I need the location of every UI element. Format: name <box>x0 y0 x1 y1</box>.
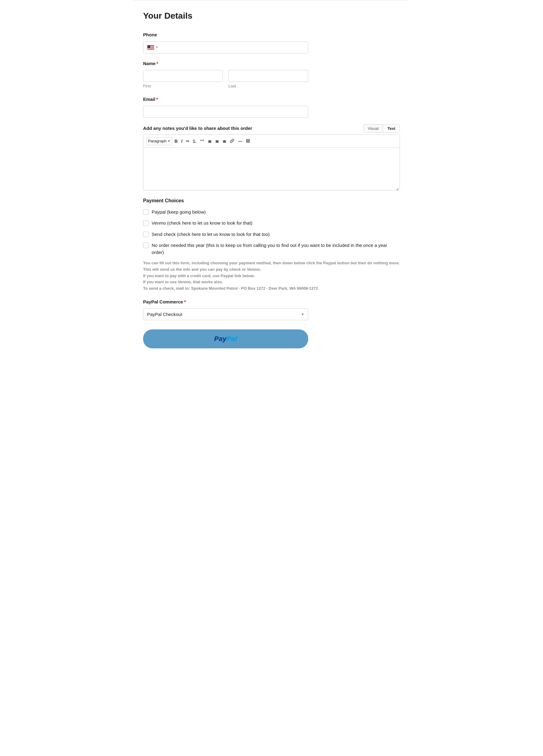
paragraph-select[interactable]: Paragraph ▼ <box>146 137 172 145</box>
no-order-checkbox[interactable] <box>143 243 149 248</box>
horizontal-rule-button[interactable]: — <box>237 138 243 144</box>
payment-title: Payment Choices <box>143 197 400 204</box>
last-name-group: Last <box>228 70 308 89</box>
name-label: Name* <box>143 60 400 67</box>
paypal-checkbox-label: Paypal (keep going below) <box>152 209 206 216</box>
phone-chevron-icon: ▼ <box>156 46 158 49</box>
venmo-checkbox[interactable] <box>143 220 149 226</box>
phone-country-selector[interactable]: ▼ <box>147 45 158 50</box>
payment-option-venmo: Venmo (check here to let us know to look… <box>143 220 400 227</box>
no-order-checkbox-label: No order needed this year (this is to ke… <box>152 242 400 256</box>
unordered-list-button[interactable]: •• <box>185 138 190 144</box>
paypal-button-label: PayPal <box>214 335 237 343</box>
rich-editor: Paragraph ▼ B I •• 1. ““ ≣ ≣ ≣ — <box>143 134 400 190</box>
paypal-commerce-label: PayPal Commerce* <box>143 299 400 306</box>
paypal-commerce-select[interactable]: PayPal Checkout <box>143 308 308 320</box>
email-required-star: * <box>156 97 158 102</box>
first-name-group: First <box>143 70 223 89</box>
page-container: Your Details Phone ▼ Name* First La <box>134 0 409 367</box>
name-row: First Last <box>143 70 308 89</box>
editor-resize-handle: ◢ <box>143 188 400 190</box>
notes-label-row: Add any notes you'd like to share about … <box>143 124 400 133</box>
paypal-button[interactable]: PayPal <box>143 329 308 348</box>
last-name-sublabel: Last <box>228 83 308 89</box>
us-flag-icon <box>147 45 154 50</box>
tab-text[interactable]: Text <box>383 125 400 132</box>
payment-section: Payment Choices Paypal (keep going below… <box>143 197 400 292</box>
phone-label: Phone <box>143 31 400 39</box>
editor-tab-group[interactable]: Visual Text <box>363 124 400 133</box>
svg-rect-0 <box>246 139 250 143</box>
payment-info-text: You can fill out this form, including ch… <box>143 260 400 292</box>
paragraph-chevron-icon: ▼ <box>167 139 171 143</box>
email-label: Email* <box>143 96 400 103</box>
phone-section: Phone ▼ <box>143 31 400 53</box>
notes-section: Add any notes you'd like to share about … <box>143 124 400 190</box>
paypal-commerce-required-star: * <box>184 299 186 304</box>
email-section: Email* <box>143 96 400 118</box>
phone-input-wrapper[interactable]: ▼ <box>143 42 308 53</box>
page-title: Your Details <box>143 9 400 22</box>
blockquote-button[interactable]: ““ <box>199 138 205 144</box>
paypal-button-wrapper: PayPal <box>143 329 308 348</box>
first-name-sublabel: First <box>143 83 223 89</box>
payment-option-no-order: No order needed this year (this is to ke… <box>143 242 400 256</box>
payment-option-paypal: Paypal (keep going below) <box>143 209 400 216</box>
italic-button[interactable]: I <box>180 138 184 144</box>
link-button[interactable] <box>229 138 235 144</box>
name-required-star: * <box>156 61 158 66</box>
bold-button[interactable]: B <box>173 138 179 144</box>
align-center-button[interactable]: ≣ <box>214 138 220 144</box>
check-checkbox-label: Send check (check here to let us know to… <box>152 231 269 238</box>
paypal-commerce-section: PayPal Commerce* PayPal Checkout ▼ <box>143 299 400 321</box>
payment-option-check: Send check (check here to let us know to… <box>143 231 400 238</box>
paypal-pal-icon: Pal <box>226 335 237 343</box>
name-section: Name* First Last <box>143 60 400 89</box>
table-button[interactable] <box>244 138 251 144</box>
notes-label: Add any notes you'd like to share about … <box>143 125 252 132</box>
flag-canton <box>147 45 150 48</box>
tab-visual[interactable]: Visual <box>364 125 383 132</box>
paragraph-label: Paragraph <box>148 138 167 144</box>
first-name-input[interactable] <box>143 70 223 82</box>
venmo-checkbox-label: Venmo (check here to let us know to look… <box>152 220 252 227</box>
check-checkbox[interactable] <box>143 232 149 237</box>
last-name-input[interactable] <box>228 70 308 82</box>
ordered-list-button[interactable]: 1. <box>191 138 197 144</box>
paypal-checkbox[interactable] <box>143 209 149 215</box>
paypal-select-wrapper: PayPal Checkout ▼ <box>143 308 308 320</box>
email-input[interactable] <box>143 106 308 118</box>
paypal-pp-icon: Pay <box>214 335 226 343</box>
align-right-button[interactable]: ≣ <box>221 138 227 144</box>
phone-input[interactable] <box>160 44 304 51</box>
editor-toolbar: Paragraph ▼ B I •• 1. ““ ≣ ≣ ≣ — <box>143 135 400 148</box>
editor-body[interactable] <box>143 148 400 188</box>
align-left-button[interactable]: ≣ <box>207 138 213 144</box>
